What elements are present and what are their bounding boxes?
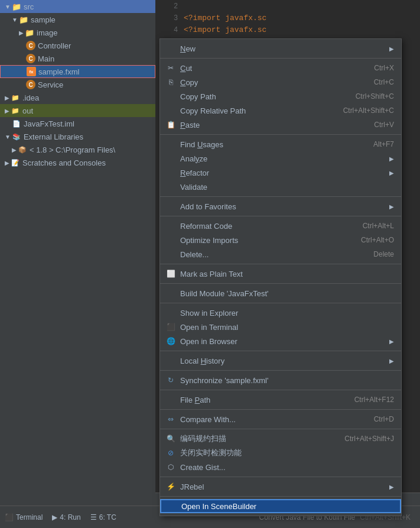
tree-item-image[interactable]: ▶ 📁 image [0, 26, 155, 39]
folder-icon-idea: 📁 [11, 93, 20, 102]
menu-item-reformat[interactable]: Reformat Code Ctrl+Alt+L [160, 219, 401, 233]
menu-item-show-explorer[interactable]: Show in Explorer [160, 306, 401, 320]
status-run[interactable]: ▶ 4: Run [52, 513, 80, 521]
menu-item-code-scan[interactable]: 🔍 编码规约扫描 Ctrl+Alt+Shift+J [160, 432, 401, 446]
terminal-status-icon: ⬛ [5, 513, 14, 521]
menu-item-open-browser[interactable]: 🌐 Open in Browser ▶ [160, 334, 401, 348]
tree-item-jdk[interactable]: ▶ 📦 < 1.8 > C:\Program Files\ [0, 143, 155, 156]
browser-icon: 🌐 [165, 336, 177, 346]
menu-item-analyze[interactable]: Analyze ▶ [160, 151, 401, 166]
optimize-icon [165, 235, 177, 245]
menu-label-local-history: Local History [180, 357, 385, 365]
tree-item-idea[interactable]: ▶ 📁 .idea [0, 91, 155, 104]
menu-label-open-scenebuilder: Open In SceneBuilder [181, 502, 393, 511]
iml-icon: 📄 [12, 119, 21, 128]
menu-item-create-gist[interactable]: ⬡ Create Gist... [160, 460, 401, 474]
menu-label-build-module: Build Module 'JavaFxTest' [180, 289, 394, 298]
code-scan-shortcut: Ctrl+Alt+Shift+J [344, 435, 394, 443]
compare-shortcut: Ctrl+D [374, 415, 394, 423]
menu-item-open-scenebuilder[interactable]: Open In SceneBuilder [160, 499, 401, 513]
menu-label-find-usages: Find Usages [180, 140, 373, 149]
menu-item-cut[interactable]: ✂ Cut Ctrl+X [160, 61, 401, 75]
menu-item-add-favorites[interactable]: Add to Favorites ▶ [160, 199, 401, 213]
menu-item-copy-path[interactable]: Copy Path Ctrl+Shift+C [160, 89, 401, 103]
reformat-shortcut: Ctrl+Alt+L [363, 222, 394, 230]
tree-label-sample: sample [31, 15, 56, 24]
sep-4 [160, 216, 401, 216]
menu-label-show-explorer: Show in Explorer [180, 309, 394, 318]
status-terminal[interactable]: ⬛ Terminal [5, 513, 43, 521]
tree-item-main[interactable]: C Main [0, 52, 155, 65]
copy-shortcut: Ctrl+C [374, 78, 394, 86]
tree-label-controller: Controller [38, 41, 71, 50]
tree-item-sample-fxml[interactable]: fx sample.fxml [0, 65, 155, 78]
tree-label-scratches: Scratches and Consoles [22, 158, 106, 167]
status-tc[interactable]: ☰ 6: TC [90, 513, 116, 521]
sep-3 [160, 196, 401, 197]
tree-label-out: out [22, 106, 33, 115]
tree-item-sample[interactable]: ▼ 📁 sample [0, 13, 155, 26]
menu-item-new[interactable]: New ▶ [160, 41, 401, 56]
menu-item-open-terminal[interactable]: ⬛ Open in Terminal [160, 320, 401, 334]
code-scan-icon: 🔍 [165, 434, 177, 443]
sep-2 [160, 134, 401, 135]
menu-label-optimize: Optimize Imports [180, 236, 361, 245]
menu-label-open-browser: Open in Browser [180, 337, 385, 346]
menu-item-find-usages[interactable]: Find Usages Alt+F7 [160, 137, 401, 151]
menu-label-synchronize: Synchronize 'sample.fxml' [180, 376, 394, 385]
menu-item-paste[interactable]: 📋 Paste Ctrl+V [160, 118, 401, 132]
tree-label-iml: JavaFxTest.iml [24, 119, 74, 128]
menu-item-mark-plain[interactable]: ⬜ Mark as Plain Text [160, 267, 401, 281]
menu-item-build-module[interactable]: Build Module 'JavaFxTest' [160, 286, 401, 300]
scenebuilder-icon [166, 501, 178, 511]
history-icon [165, 356, 177, 365]
validate-icon [165, 182, 177, 192]
menu-item-close-detect[interactable]: ⊘ 关闭实时检测功能 [160, 446, 401, 460]
menu-label-code-scan: 编码规约扫描 [180, 433, 344, 444]
folder-icon-image: 📁 [25, 28, 34, 37]
menu-label-cut: Cut [180, 64, 374, 73]
menu-item-optimize[interactable]: Optimize Imports Ctrl+Alt+O [160, 233, 401, 247]
menu-item-synchronize[interactable]: ↻ Synchronize 'sample.fxml' [160, 373, 401, 387]
tree-item-out[interactable]: ▶ 📁 out [0, 104, 155, 117]
copy-path-icon [165, 92, 177, 101]
menu-item-file-path[interactable]: File Path Ctrl+Alt+F12 [160, 393, 401, 407]
tree-label-src: src [24, 2, 34, 11]
copy-path-shortcut: Ctrl+Shift+C [356, 92, 394, 101]
menu-item-validate[interactable]: Validate [160, 180, 401, 194]
tree-item-service[interactable]: C Service [0, 78, 155, 91]
cut-shortcut: Ctrl+X [374, 64, 394, 72]
sep-14 [160, 496, 401, 497]
sep-10 [160, 390, 401, 390]
menu-item-compare[interactable]: ⇔ Compare With... Ctrl+D [160, 412, 401, 426]
menu-item-local-history[interactable]: Local History ▶ [160, 354, 401, 368]
menu-item-jrebel[interactable]: ⚡ JRebel ▶ [160, 480, 401, 494]
find-usages-shortcut: Alt+F7 [373, 140, 394, 148]
tree-item-controller[interactable]: C Controller [0, 39, 155, 52]
menu-label-close-detect: 关闭实时检测功能 [180, 448, 394, 458]
tree-item-src[interactable]: ▼ 📁 src [0, 0, 155, 13]
explorer-icon [165, 308, 177, 318]
github-icon: ⬡ [165, 462, 177, 472]
menu-label-file-path: File Path [180, 396, 354, 404]
new-arrow: ▶ [389, 46, 394, 52]
tree-item-iml[interactable]: 📄 JavaFxTest.iml [0, 117, 155, 130]
build-icon [165, 289, 177, 298]
menu-label-copy-path: Copy Path [180, 92, 356, 101]
menu-label-new: New [180, 44, 385, 53]
menu-item-refactor[interactable]: Refactor ▶ [160, 166, 401, 180]
menu-item-copy-rel-path[interactable]: Copy Relative Path Ctrl+Alt+Shift+C [160, 103, 401, 118]
menu-item-delete[interactable]: Delete... Delete [160, 247, 401, 261]
tree-item-scratches[interactable]: ▶ 📝 Scratches and Consoles [0, 156, 155, 169]
delete-icon [165, 250, 177, 259]
menu-item-copy[interactable]: ⎘ Copy Ctrl+C [160, 75, 401, 89]
menu-label-analyze: Analyze [180, 154, 385, 163]
detect-icon: ⊘ [165, 448, 177, 458]
tree-item-external-libs[interactable]: ▼ 📚 External Libraries [0, 130, 155, 143]
folder-icon-out: 📁 [11, 106, 20, 115]
copy-rel-path-shortcut: Ctrl+Alt+Shift+C [343, 106, 394, 115]
menu-label-copy-rel-path: Copy Relative Path [180, 106, 343, 115]
file-tree: ▼ 📁 src ▼ 📁 sample ▶ 📁 image C Controlle… [0, 0, 155, 506]
tree-label-idea: .idea [22, 93, 39, 102]
sep-8 [160, 351, 401, 351]
